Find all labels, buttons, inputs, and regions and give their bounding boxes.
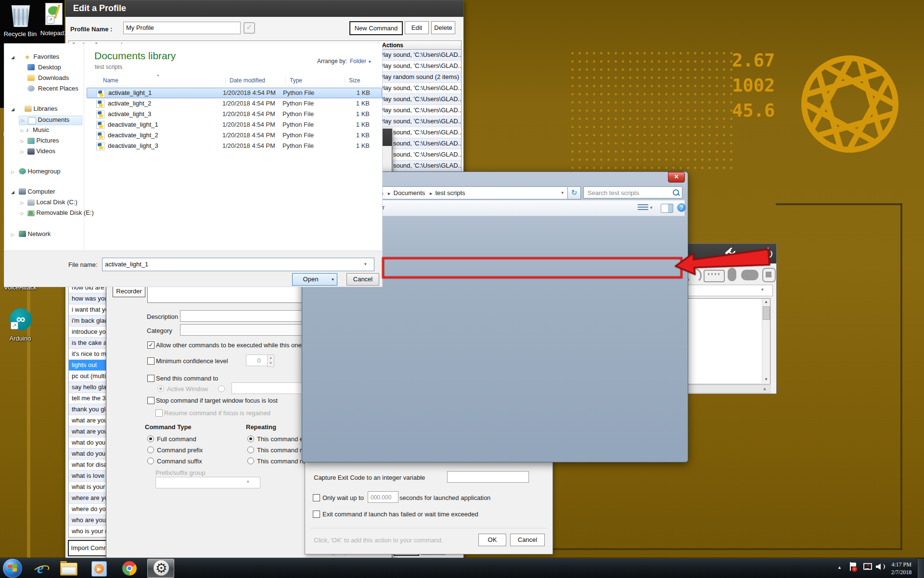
column-date-modified[interactable]: Date modified — [225, 77, 265, 84]
cancel-button[interactable]: Cancel — [346, 273, 379, 286]
breadcrumb-caret-icon[interactable]: ▾ — [561, 187, 564, 199]
resume-command-checkbox[interactable] — [155, 409, 163, 417]
sidebar-videos[interactable]: ▷ Videos — [21, 147, 55, 155]
volume-icon[interactable] — [876, 563, 885, 571]
open-button[interactable]: Open — [292, 273, 329, 286]
sidebar-documents[interactable]: ▷ Documents — [19, 116, 82, 125]
target-window-radio[interactable] — [218, 385, 225, 392]
scroll-down-icon[interactable]: ▼ — [762, 376, 770, 383]
stop-command-checkbox[interactable] — [147, 397, 154, 404]
cancel-button[interactable]: Cancel — [510, 534, 545, 546]
capture-exit-code-input[interactable] — [447, 471, 529, 483]
repeat-repeats2-radio[interactable] — [247, 458, 254, 464]
edit-button[interactable]: Edit — [405, 21, 429, 34]
sidebar-downloads[interactable]: Downloads — [27, 74, 69, 81]
prefix-group-dropdown[interactable] — [155, 477, 260, 488]
start-button[interactable] — [3, 559, 22, 578]
sidebar-pictures[interactable]: ▷ Pictures — [21, 137, 59, 144]
send-command-checkbox[interactable] — [147, 375, 154, 382]
confidence-spinner[interactable]: ▲▼ — [267, 355, 274, 367]
va-log-listbox[interactable]: ▲ ▼ — [687, 298, 770, 384]
views-button[interactable] — [638, 204, 648, 211]
ok-button[interactable]: OK — [478, 534, 506, 546]
recorder-button[interactable]: Recorder — [113, 286, 145, 297]
active-window-radio[interactable] — [157, 385, 164, 392]
sidebar-favorites[interactable]: ◢ ★Favorites — [11, 53, 59, 60]
expander-icon[interactable]: ▷ — [11, 232, 14, 237]
va-profile-dropdown[interactable] — [686, 285, 773, 296]
repeat-executes-radio[interactable] — [247, 435, 254, 442]
file-name-caret-icon[interactable]: ▾ — [364, 262, 367, 266]
sidebar-local-disk[interactable]: ▷ Local Disk (C:) — [21, 198, 77, 206]
file-row[interactable]: activate_light_3 1/20/2018 4:54 PM Pytho… — [87, 109, 382, 119]
scrollbar[interactable]: ▲ ▼ — [762, 299, 770, 383]
command-prefix-radio[interactable] — [147, 447, 154, 453]
file-row[interactable]: deactivate_light_2 1/20/2018 4:54 PM Pyt… — [87, 130, 382, 141]
column-size[interactable]: Size — [345, 77, 360, 84]
preview-pane-button[interactable] — [661, 204, 673, 213]
close-button[interactable]: ✕ — [668, 172, 685, 183]
show-desktop-button[interactable] — [917, 558, 924, 578]
va-dropdown-caret-icon[interactable]: ▾ — [761, 287, 764, 292]
crumb-test-scripts[interactable]: test scripts — [435, 189, 465, 197]
expander-icon[interactable]: ▷ — [21, 149, 24, 154]
only-wait-checkbox[interactable] — [313, 494, 320, 501]
network-icon[interactable]: × — [863, 563, 871, 570]
column-name[interactable]: Name — [103, 77, 118, 84]
expander-icon[interactable]: ◢ — [11, 107, 14, 112]
scroll-up-icon[interactable]: ▲ — [762, 299, 770, 305]
taskbar-chrome[interactable] — [120, 560, 140, 578]
views-caret-icon[interactable]: ▾ — [650, 205, 653, 210]
delete-button[interactable]: Delete — [431, 21, 455, 34]
search-input[interactable]: Search test scripts — [583, 186, 682, 198]
wait-seconds-input[interactable]: 000.000 — [368, 491, 398, 503]
target-window-input[interactable] — [231, 382, 310, 394]
help-button[interactable]: ? — [677, 203, 686, 212]
file-name-input[interactable]: activate_light_1 — [102, 258, 374, 271]
tray-hidden-icons[interactable]: ▲ — [837, 565, 842, 570]
arrange-by-value[interactable]: Folder ▼ — [350, 58, 372, 65]
sidebar-libraries[interactable]: ◢ Libraries — [11, 105, 57, 112]
taskbar-voiceattack-active[interactable]: ⚙ — [147, 559, 174, 578]
column-type[interactable]: Type — [285, 77, 302, 84]
sidebar-desktop[interactable]: Desktop — [27, 64, 61, 71]
description-input[interactable] — [180, 310, 312, 322]
expander-icon[interactable]: ▷ — [21, 211, 24, 216]
expander-icon[interactable]: ▷ — [21, 139, 24, 144]
sidebar-computer[interactable]: ◢ Computer — [11, 188, 55, 195]
expander-icon[interactable]: ▷ — [11, 170, 14, 174]
repeat-repeats1-radio[interactable] — [247, 447, 254, 453]
tray-clock[interactable]: 4:17 PM 2/7/2018 — [887, 561, 915, 576]
scroll-thumb[interactable] — [763, 306, 770, 320]
allow-other-checkbox[interactable]: ✓ — [147, 342, 154, 349]
file-row[interactable]: activate_light_1 1/20/2018 4:54 PM Pytho… — [87, 88, 382, 98]
exit-if-failed-checkbox[interactable] — [313, 511, 320, 518]
file-row[interactable]: deactivate_light_1 1/20/2018 4:54 PM Pyt… — [87, 119, 382, 130]
new-command-button[interactable]: New Command — [349, 21, 403, 35]
category-input[interactable] — [180, 324, 312, 336]
refresh-button[interactable]: ↻ — [568, 186, 581, 199]
sidebar-removable-disk[interactable]: ▷ Removable Disk (E:) — [21, 209, 94, 216]
taskbar-explorer[interactable] — [59, 560, 78, 578]
taskbar-ie[interactable]: e — [31, 559, 50, 578]
full-command-radio[interactable] — [147, 435, 154, 442]
expander-icon[interactable]: ▷ — [21, 128, 24, 133]
sidebar-recent-places[interactable]: Recent Places — [27, 85, 78, 92]
expander-icon[interactable]: ◢ — [11, 55, 14, 60]
expand-up-icon[interactable]: ▲ — [762, 386, 767, 391]
expander-icon[interactable]: ▷ — [21, 200, 24, 205]
profile-name-input[interactable]: My Profile — [123, 22, 241, 34]
crumb-documents[interactable]: Documents — [394, 189, 425, 197]
expander-icon[interactable]: ◢ — [11, 190, 14, 195]
command-suffix-radio[interactable] — [147, 458, 154, 464]
sidebar-network[interactable]: ▷ Network — [11, 230, 51, 237]
min-confidence-checkbox[interactable] — [147, 357, 154, 365]
file-list[interactable]: activate_light_1 1/20/2018 4:54 PM Pytho… — [87, 88, 382, 155]
action-center-flag-icon[interactable]: × — [850, 562, 857, 571]
sidebar-homegroup[interactable]: ▷ Homegroup — [11, 168, 60, 175]
sidebar-music[interactable]: ▷ ♪Music — [21, 126, 49, 133]
taskbar-media-player[interactable]: ▶ — [90, 560, 109, 578]
file-row[interactable]: deactivate_light_3 1/20/2018 4:54 PM Pyt… — [87, 141, 382, 151]
file-row[interactable]: activate_light_2 1/20/2018 4:54 PM Pytho… — [87, 98, 382, 109]
expander-icon[interactable]: ▷ — [21, 118, 25, 123]
